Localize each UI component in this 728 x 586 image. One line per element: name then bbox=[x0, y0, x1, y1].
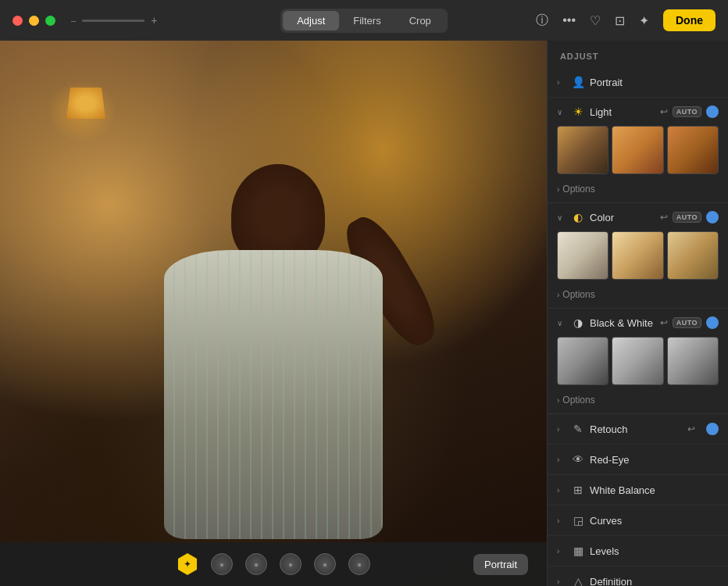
light-thumb-3[interactable] bbox=[667, 126, 719, 174]
zoom-out-icon: – bbox=[71, 16, 76, 25]
bw-toggle[interactable] bbox=[706, 316, 719, 329]
bw-thumb-3[interactable] bbox=[667, 337, 719, 385]
tab-crop[interactable]: Crop bbox=[395, 11, 445, 30]
light-thumb-2[interactable] bbox=[612, 126, 663, 174]
color-label: Color bbox=[590, 212, 655, 223]
definition-icon: △ bbox=[571, 575, 585, 586]
color-controls: ↩ AUTO bbox=[660, 211, 719, 223]
section-definition[interactable]: › △ Definition bbox=[548, 566, 728, 586]
circle-tool-1[interactable]: ● bbox=[211, 553, 233, 575]
section-retouch[interactable]: › ✎ Retouch ↩ bbox=[548, 414, 728, 445]
retouch-reset-icon[interactable]: ↩ bbox=[687, 423, 695, 434]
light-label: Light bbox=[590, 106, 655, 118]
tab-adjust[interactable]: Adjust bbox=[283, 11, 339, 30]
portrait-chevron-icon: › bbox=[557, 78, 566, 87]
done-button[interactable]: Done bbox=[663, 9, 716, 31]
color-options-chevron-icon: › bbox=[557, 291, 559, 299]
light-options-label: Options bbox=[562, 184, 594, 195]
bw-header[interactable]: ∨ ◑ Black & White ↩ AUTO bbox=[548, 309, 728, 337]
traffic-lights bbox=[12, 16, 55, 26]
circle-tool-3[interactable]: ● bbox=[280, 553, 302, 575]
redeye-chevron-icon: › bbox=[557, 456, 566, 464]
retouch-icon: ✎ bbox=[571, 423, 585, 435]
curves-label: Curves bbox=[590, 515, 719, 527]
definition-chevron-icon: › bbox=[557, 577, 566, 586]
light-options-row[interactable]: › Options bbox=[548, 180, 728, 202]
section-color: ∨ ◐ Color ↩ AUTO bbox=[548, 203, 728, 309]
color-thumbnails bbox=[548, 231, 728, 286]
section-light: ∨ ☀ Light ↩ AUTO bbox=[548, 98, 728, 203]
bw-reset-icon[interactable]: ↩ bbox=[660, 317, 668, 328]
figure-stripes bbox=[164, 250, 383, 539]
info-icon[interactable]: ⓘ bbox=[536, 13, 548, 29]
portrait-label: Portrait bbox=[590, 77, 719, 88]
levels-icon: ▦ bbox=[571, 545, 585, 557]
minimize-button[interactable] bbox=[29, 16, 39, 26]
toolbar-right: ⓘ ••• ♡ ⊡ ✦ Done bbox=[536, 9, 716, 31]
heart-icon[interactable]: ♡ bbox=[590, 13, 601, 28]
bw-options-chevron-icon: › bbox=[557, 396, 559, 405]
magic-icon[interactable]: ✦ bbox=[639, 13, 649, 28]
panel-header: ADJUST bbox=[548, 41, 728, 67]
levels-label: Levels bbox=[590, 545, 719, 557]
curves-chevron-icon: › bbox=[557, 516, 566, 525]
close-button[interactable] bbox=[12, 16, 23, 26]
color-header[interactable]: ∨ ◐ Color ↩ AUTO bbox=[548, 203, 728, 231]
light-thumb-1[interactable] bbox=[557, 126, 608, 174]
right-panel: ADJUST › 👤 Portrait ∨ ☀ Light ↩ AUTO bbox=[547, 41, 728, 586]
light-toggle[interactable] bbox=[706, 105, 719, 118]
color-thumb-1[interactable] bbox=[557, 231, 608, 280]
retouch-chevron-icon: › bbox=[557, 425, 566, 434]
color-toggle[interactable] bbox=[706, 211, 719, 223]
bw-label: Black & White bbox=[590, 317, 655, 329]
color-options-row[interactable]: › Options bbox=[548, 286, 728, 308]
portrait-figure bbox=[109, 164, 437, 539]
color-chevron-icon: ∨ bbox=[557, 213, 566, 222]
light-reset-icon[interactable]: ↩ bbox=[660, 106, 668, 117]
background-lamp bbox=[62, 88, 109, 166]
section-portrait[interactable]: › 👤 Portrait bbox=[548, 67, 728, 98]
circle-tool-5[interactable]: ● bbox=[348, 553, 370, 575]
bw-thumb-1[interactable] bbox=[557, 337, 608, 385]
section-bw: ∨ ◑ Black & White ↩ AUTO bbox=[548, 309, 728, 414]
more-icon[interactable]: ••• bbox=[562, 13, 576, 27]
bw-controls: ↩ AUTO bbox=[660, 316, 719, 329]
circle-tool-4[interactable]: ● bbox=[314, 553, 336, 575]
section-whitebalance[interactable]: › ⊞ White Balance bbox=[548, 475, 728, 506]
hex-tool-icon[interactable]: ✦ bbox=[177, 553, 198, 575]
retouch-label: Retouch bbox=[590, 423, 683, 435]
light-auto-badge[interactable]: AUTO bbox=[673, 106, 701, 117]
redeye-icon: 👁 bbox=[571, 453, 585, 466]
bw-options-label: Options bbox=[562, 395, 594, 406]
section-levels[interactable]: › ▦ Levels bbox=[548, 536, 728, 566]
color-auto-badge[interactable]: AUTO bbox=[673, 212, 701, 223]
photo-bottom-bar: ✦ ● ● ● ● ● Portrait bbox=[0, 542, 547, 586]
main-content: ✦ ● ● ● ● ● Portrait bbox=[0, 41, 728, 586]
color-reset-icon[interactable]: ↩ bbox=[660, 212, 668, 223]
color-options-label: Options bbox=[562, 289, 594, 300]
bw-options-row[interactable]: › Options bbox=[548, 391, 728, 413]
tab-filters[interactable]: Filters bbox=[339, 11, 394, 30]
lamp-shade bbox=[66, 88, 105, 119]
color-thumb-2[interactable] bbox=[612, 231, 663, 280]
light-header[interactable]: ∨ ☀ Light ↩ AUTO bbox=[548, 98, 728, 126]
title-bar: – + Adjust Filters Crop ⓘ ••• ♡ ⊡ ✦ Done bbox=[0, 0, 728, 41]
color-thumb-3[interactable] bbox=[667, 231, 719, 280]
figure-body bbox=[164, 250, 383, 539]
section-redeye[interactable]: › 👁 Red-Eye bbox=[548, 445, 728, 475]
bw-auto-badge[interactable]: AUTO bbox=[673, 317, 701, 328]
light-sun-icon: ☀ bbox=[571, 105, 585, 118]
bw-thumb-2[interactable] bbox=[612, 337, 663, 385]
crop-icon[interactable]: ⊡ bbox=[615, 13, 625, 28]
curves-icon: ◲ bbox=[571, 514, 585, 527]
maximize-button[interactable] bbox=[45, 16, 55, 26]
circle-tool-2[interactable]: ● bbox=[245, 553, 267, 575]
zoom-slider[interactable] bbox=[82, 20, 145, 22]
photo-container: ✦ ● ● ● ● ● Portrait bbox=[0, 41, 547, 586]
portrait-badge[interactable]: Portrait bbox=[473, 554, 528, 575]
retouch-toggle[interactable] bbox=[706, 423, 719, 435]
redeye-label: Red-Eye bbox=[590, 454, 719, 466]
section-curves[interactable]: › ◲ Curves bbox=[548, 506, 728, 536]
zoom-slider-area: – + bbox=[71, 14, 157, 27]
light-chevron-icon: ∨ bbox=[557, 108, 566, 116]
